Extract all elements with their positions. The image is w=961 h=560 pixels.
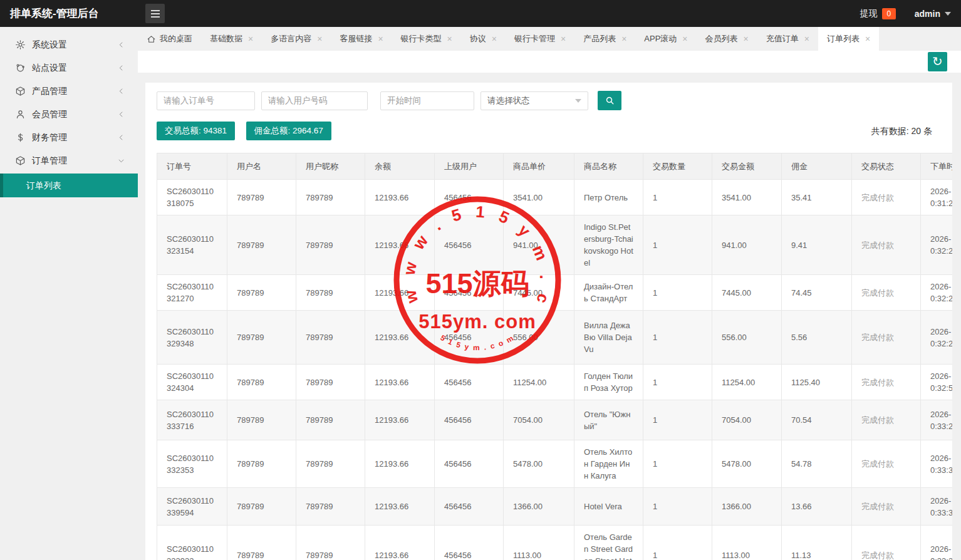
- cell-amount: 11254.00: [712, 365, 782, 400]
- cell-quantity: 1: [643, 400, 712, 440]
- cell-unit-price: 7054.00: [504, 400, 574, 440]
- tab[interactable]: 会员列表 ×: [697, 27, 757, 51]
- start-time-input[interactable]: [380, 91, 474, 110]
- cell-username: 789789: [227, 488, 296, 526]
- cell-username: 789789: [227, 311, 296, 365]
- cell-order-no: SC26030110318075: [157, 180, 227, 215]
- tab-home[interactable]: 我的桌面: [138, 27, 201, 51]
- tab[interactable]: 充值订单 ×: [757, 27, 818, 51]
- admin-username: admin: [915, 9, 940, 19]
- cell-quantity: 1: [643, 180, 712, 215]
- cell-status: 完成付款: [852, 488, 921, 526]
- sidebar-item[interactable]: 会员管理: [0, 103, 138, 126]
- gear-icon: [15, 39, 26, 50]
- tab[interactable]: 基础数据 ×: [201, 27, 262, 51]
- withdraw-count-badge: 0: [882, 8, 896, 19]
- admin-menu[interactable]: admin: [915, 9, 951, 19]
- content-card: 请选择状态 交易总额: 94381 佣金总额: 2964.67 共有数据: 20…: [145, 83, 952, 560]
- cell-order-no: SC26030110321270: [157, 275, 227, 311]
- site-icon: [15, 63, 26, 73]
- cell-nickname: 789789: [296, 400, 365, 440]
- sidebar-item[interactable]: 站点设置: [0, 56, 138, 80]
- tab[interactable]: 银行卡类型 ×: [392, 27, 461, 51]
- cell-status: 完成付款: [852, 215, 921, 275]
- chevron-left-icon: [117, 64, 125, 72]
- main-area: 请选择状态 交易总额: 94381 佣金总额: 2964.67 共有数据: 20…: [138, 73, 961, 560]
- table-row: SC26030110339594 789789 789789 12193.66 …: [157, 488, 953, 526]
- close-icon[interactable]: ×: [317, 34, 322, 43]
- status-select[interactable]: 请选择状态: [480, 91, 588, 110]
- sidebar-item[interactable]: 产品管理: [0, 80, 138, 103]
- total-count-label: 共有数据: 20 条: [871, 122, 932, 140]
- chevron-left-icon: [117, 87, 125, 95]
- cell-unit-price: 941.00: [504, 215, 574, 275]
- close-icon[interactable]: ×: [744, 34, 749, 43]
- table-row: SC26030110321270 789789 789789 12193.66 …: [157, 275, 953, 311]
- cell-balance: 12193.66: [365, 215, 435, 275]
- cell-order-no: SC26030110333716: [157, 400, 227, 440]
- withdraw-link[interactable]: 提现: [860, 8, 878, 19]
- sidebar-item[interactable]: 系统设置: [0, 33, 138, 56]
- cell-quantity: 1: [643, 311, 712, 365]
- close-icon[interactable]: ×: [621, 34, 626, 43]
- cell-commission: 74.45: [782, 275, 852, 311]
- cell-unit-price: 556.00: [504, 311, 574, 365]
- refresh-button[interactable]: ↻: [928, 52, 947, 71]
- cell-amount: 7445.00: [712, 275, 782, 311]
- column-header: 交易金额: [712, 153, 782, 180]
- table-row: SC26030110324304 789789 789789 12193.66 …: [157, 365, 953, 400]
- sidebar-item[interactable]: 财务管理: [0, 126, 138, 149]
- tab[interactable]: 订单列表 ×: [818, 27, 879, 51]
- cell-product-name: Indigo St.Petersburg-Tchaikovskogo Hotel: [574, 215, 643, 275]
- search-button[interactable]: [598, 91, 621, 110]
- menu-toggle-button[interactable]: [145, 4, 165, 23]
- close-icon[interactable]: ×: [682, 34, 687, 43]
- tab[interactable]: APP滚动 ×: [635, 27, 696, 51]
- cell-status: 完成付款: [852, 275, 921, 311]
- close-icon[interactable]: ×: [378, 34, 383, 43]
- caret-down-icon: [575, 99, 581, 106]
- tab[interactable]: 协议 ×: [461, 27, 506, 51]
- tab[interactable]: 客服链接 ×: [331, 27, 392, 51]
- tab[interactable]: 产品列表 ×: [574, 27, 635, 51]
- column-header: 佣金: [782, 153, 852, 180]
- cell-status: 完成付款: [852, 440, 921, 488]
- home-icon: [147, 34, 156, 44]
- cell-nickname: 789789: [296, 440, 365, 488]
- tab[interactable]: 多语言内容 ×: [262, 27, 331, 51]
- cell-commission: 1125.40: [782, 365, 852, 400]
- close-icon[interactable]: ×: [248, 34, 253, 43]
- chevron-left-icon: [117, 133, 125, 142]
- cell-parent-user: 456456: [435, 400, 504, 440]
- cell-parent-user: 456456: [435, 180, 504, 215]
- column-header: 上级用户: [435, 153, 504, 180]
- cell-order-time: 2026- 0:32:2: [921, 311, 953, 365]
- close-icon[interactable]: ×: [447, 34, 452, 43]
- cell-amount: 5478.00: [712, 440, 782, 488]
- cell-order-no: SC26030110323154: [157, 215, 227, 275]
- app-title: 排单系统-管理后台: [10, 0, 99, 27]
- hamburger-icon: [151, 10, 160, 11]
- close-icon[interactable]: ×: [804, 34, 809, 43]
- tab[interactable]: 银行卡管理 ×: [506, 27, 574, 51]
- order-no-input[interactable]: [157, 91, 255, 110]
- user-no-input[interactable]: [261, 91, 368, 110]
- cell-nickname: 789789: [296, 311, 365, 365]
- cell-amount: 1366.00: [712, 488, 782, 526]
- cell-nickname: 789789: [296, 488, 365, 526]
- cell-commission: 70.54: [782, 400, 852, 440]
- column-header: 余额: [365, 153, 435, 180]
- cell-order-no: SC26030110329348: [157, 311, 227, 365]
- chevron-left-icon: [117, 110, 125, 118]
- cell-quantity: 1: [643, 488, 712, 526]
- chevron-left-icon: [117, 157, 125, 165]
- cell-product-name: Голден Тюлип Роза Хутор: [574, 365, 643, 400]
- cell-order-time: 2026- 0:32:5: [921, 365, 953, 400]
- close-icon[interactable]: ×: [865, 34, 870, 43]
- close-icon[interactable]: ×: [492, 34, 497, 43]
- cell-nickname: 789789: [296, 215, 365, 275]
- close-icon[interactable]: ×: [561, 34, 566, 43]
- sidebar-item[interactable]: 订单管理: [0, 149, 138, 172]
- sidebar-subitem-order-list[interactable]: 订单列表: [0, 174, 138, 197]
- cell-order-time: 2026- 0:32:2: [921, 215, 953, 275]
